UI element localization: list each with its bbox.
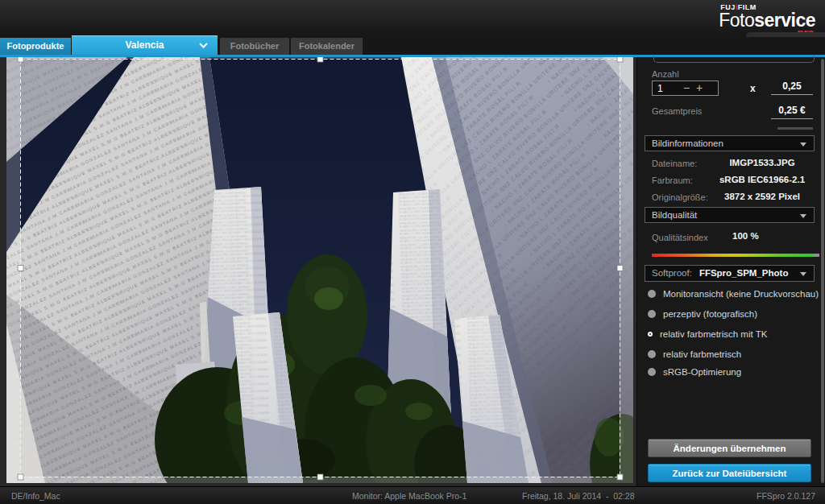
apply-changes-button[interactable]: Änderungen übernehmen — [648, 439, 811, 457]
quantity-stepper[interactable]: − + — [652, 81, 719, 96]
multiply-sign: x — [750, 83, 756, 94]
info-row-value: IMGP1533.JPG — [710, 158, 815, 167]
decrease-button[interactable]: − — [680, 81, 693, 95]
tab-fotobuecher[interactable]: Fotobücher — [220, 38, 289, 55]
quality-index-value: 100 % — [732, 231, 759, 241]
radio-button-selected — [648, 332, 653, 337]
section-header-quality[interactable]: Bildqualität — [645, 207, 815, 223]
radio-monitoransicht[interactable]: Monitoransicht (keine Druckvorschau) — [648, 287, 819, 300]
section-header-image-info[interactable]: Bildinformationen — [645, 135, 815, 151]
tab-fotoprodukte[interactable]: Fotoprodukte — [0, 38, 71, 55]
info-row-label: Farbraum: — [652, 176, 693, 185]
status-datetime: Freitag, 18. Juli 2014 - 02:28 — [522, 487, 635, 504]
status-locale: DE/Info_Mac — [11, 487, 60, 504]
info-row-label: Dateiname: — [652, 159, 697, 168]
scrolled-panel-edge — [653, 56, 815, 63]
radio-relativ-farbmetrisch-tk[interactable]: relativ farbmetrisch mit TK — [648, 328, 767, 341]
total-price: 0,25 € — [771, 105, 813, 119]
unit-price: 0,25 — [771, 81, 813, 95]
quantity-input[interactable] — [653, 83, 680, 94]
status-monitor: Monitor: Apple MacBook Pro-1 — [352, 487, 466, 504]
info-row-value: sRGB IEC61966-2.1 — [710, 175, 815, 184]
tab-valencia[interactable]: Valencia — [72, 35, 218, 55]
total-label: Gesamtpreis — [652, 106, 702, 116]
radio-button — [648, 350, 656, 358]
settings-sidebar: Anzahl − + x 0,25 Gesamtpreis 0,25 € Bil… — [636, 57, 825, 486]
top-bar: FUJiFILM Fotoservice pro — [0, 0, 825, 37]
info-row-value: 3872 x 2592 Pixel — [710, 192, 815, 201]
increase-button[interactable]: + — [693, 81, 706, 95]
radio-button — [648, 290, 656, 298]
total-underline-bar — [777, 127, 813, 130]
radio-button — [648, 368, 656, 376]
radio-srgb-optimierung[interactable]: sRGB-Optimierung — [648, 366, 741, 378]
app-window: FUJiFILM Fotoservice pro Warenkorb Fotop… — [0, 0, 825, 504]
quality-index-label: Qualitätsindex — [652, 233, 708, 242]
status-bar: DE/Info_Mac Monitor: Apple MacBook Pro-1… — [0, 486, 825, 504]
chevron-down-icon — [800, 214, 806, 218]
radio-perzeptiv[interactable]: perzeptiv (fotografisch) — [648, 308, 757, 320]
chevron-down-icon — [199, 43, 208, 48]
tab-fotokalender[interactable]: Fotokalender — [291, 38, 363, 55]
fujifilm-fotoservice-logo: FUJiFILM Fotoservice pro — [719, 4, 815, 30]
quality-marker — [813, 254, 819, 257]
product-photo: MARIA GONZALEZ SANTANA J.M CARRILLO LUIS… — [6, 57, 633, 483]
quality-gradient-bar — [652, 254, 813, 257]
softproof-value: FFSpro_SPM_Photo — [699, 268, 789, 278]
radio-relativ-farbmetrisch[interactable]: relativ farbmetrisch — [648, 348, 741, 361]
chevron-down-icon — [800, 272, 806, 276]
status-version: FFSpro 2.0.127 — [757, 487, 815, 504]
sidebar-scrollbar[interactable] — [821, 59, 824, 483]
chevron-down-icon — [800, 143, 806, 147]
info-row-label: Originalgröße: — [652, 192, 708, 202]
photo-canvas[interactable]: MARIA GONZALEZ SANTANA J.M CARRILLO LUIS… — [0, 57, 636, 486]
radio-button — [648, 310, 656, 318]
softproof-select[interactable]: Softproof:FFSpro_SPM_Photo — [645, 265, 815, 282]
tab-bar: Fotoprodukte Valencia Fotobücher Fotokal… — [0, 37, 825, 55]
quantity-label: Anzahl — [652, 69, 679, 79]
back-to-overview-button[interactable]: Zurück zur Dateiübersicht — [648, 464, 811, 482]
